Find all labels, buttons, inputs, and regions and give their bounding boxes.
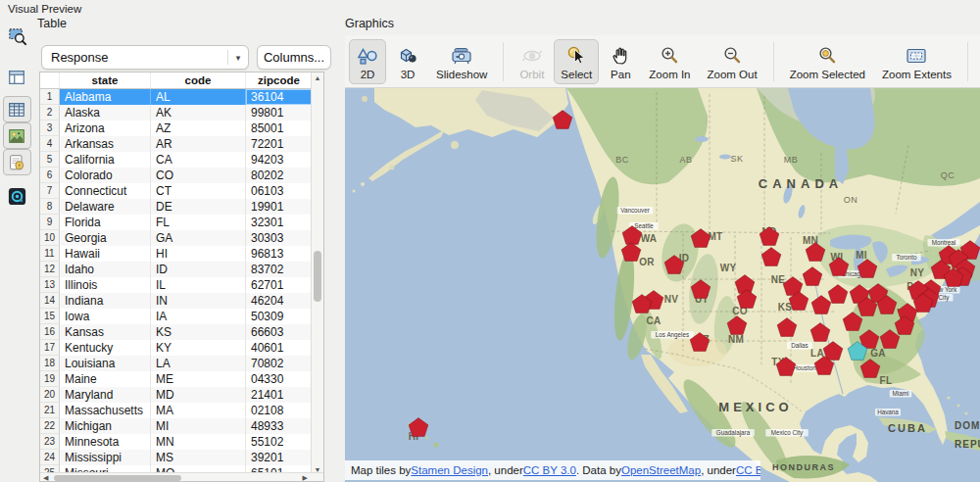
table-row[interactable]: 8DelawareDE19901 [40,199,323,215]
table-row[interactable]: 18LouisianaLA70802 [40,356,323,371]
scroll-right-icon[interactable]: ▶ [303,473,308,482]
table-row[interactable]: 20MarylandMD21401 [40,387,323,403]
table-row[interactable]: 12IdahoID83702 [40,262,323,277]
map-label: REPUBL [955,439,980,450]
column-header-code[interactable]: code [151,72,246,88]
graphics-view-icon[interactable] [3,122,31,149]
table-row[interactable]: 13IllinoisIL62701 [40,277,323,293]
cell-zip: 85001 [246,120,313,136]
toolbar-button-label: 3D [401,69,416,80]
attribution-text: . Data by [576,464,621,476]
table-row[interactable]: 19MaineME04330 [40,371,323,387]
vertical-scroll-thumb[interactable] [314,251,321,302]
cell-num: 17 [40,340,60,356]
summary-view-icon[interactable] [3,149,31,175]
table-row[interactable]: 9FloridaFL32301 [40,215,323,230]
cell-num: 11 [40,246,60,262]
toolbar-button-pan[interactable]: Pan [602,39,639,84]
table-view-icon[interactable] [3,96,31,122]
map-label: SK [730,154,743,164]
map-label: Vancouver [620,207,650,214]
cell-state: Alaska [60,105,151,120]
cell-state: Hawaii [60,246,151,262]
cell-zip: 04330 [246,371,313,387]
map-label: AB [679,155,692,165]
attribution-link[interactable]: OpenStreetMap [621,464,701,476]
table-row[interactable]: 14IndianaIN46204 [40,293,323,309]
map-canvas[interactable]: CANADAMEXICOCUBADOMINIREPUBLHONDURAS BCA… [345,88,980,482]
map-label: NM [728,334,744,345]
map-label: Seattle [634,222,654,229]
table-row[interactable]: 11HawaiiHI96813 [40,246,323,262]
horizontal-scrollbar[interactable]: ◀ ▶ [40,472,323,481]
horizontal-scroll-thumb[interactable] [54,475,181,481]
toolbar-button-select[interactable]: Select [554,39,599,84]
table-row[interactable]: 24MississippiMS39201 [40,450,323,465]
cell-state: Connecticut [60,183,151,199]
cell-code: AR [151,136,246,152]
table-row[interactable]: 15IowaIA50309 [40,309,323,324]
preview-tool-icon[interactable] [3,24,31,50]
toolbar-button-3d[interactable]: 3D [389,39,426,84]
table-row[interactable]: 6ColoradoCO80202 [40,168,323,183]
data-table[interactable]: statecodezipcode 1AlabamaAL361042AlaskaA… [39,72,324,482]
map-label: WY [720,263,737,273]
cell-state: Delaware [60,199,151,215]
dataset-dropdown[interactable]: Response ▾ [41,45,249,70]
toolbar-button-label: Zoom Out [708,69,758,80]
zoom-in-icon [658,43,681,69]
column-header-state[interactable]: state [60,72,151,88]
column-header-zipcode[interactable]: zipcode [246,72,313,88]
attribution-link[interactable]: CC BY 3.0 [523,464,576,476]
cell-state: Indiana [60,293,151,309]
attribution-link[interactable]: Stamen Design [411,464,488,476]
cell-zip: 19901 [246,199,313,215]
cell-zip: 48933 [246,418,313,434]
cell-num: 10 [40,230,60,246]
map-label: MI [856,250,867,261]
toolbar-separator [503,42,504,81]
table-row[interactable]: 4ArkansasAR72201 [40,136,323,152]
toolbar-button-zoom-in[interactable]: Zoom In [642,39,697,84]
table-row[interactable]: 5CaliforniaCA94203 [40,152,323,168]
attribution-link[interactable]: CC BY SA [736,464,760,476]
table-row[interactable]: 10GeorgiaGA30303 [40,230,323,246]
toolbar-button-label: Orbit [519,69,544,80]
table-row[interactable]: 7ConnecticutCT06103 [40,183,323,199]
cell-code: GA [151,230,246,246]
table-row[interactable]: 3ArizonaAZ85001 [40,120,323,136]
cell-num: 1 [40,89,60,105]
cell-code: AL [151,89,246,105]
cell-state: Maryland [60,387,151,403]
vertical-scrollbar[interactable]: ▲ ▼ [311,72,323,475]
table-row[interactable]: 16KansasKS66603 [40,324,323,340]
cell-state: Illinois [60,277,151,293]
toolbar-button-zoom-out[interactable]: Zoom Out [701,39,764,84]
toolbar-button-zoom-selected[interactable]: Zoom Selected [783,39,872,84]
3d-icon [396,43,419,69]
table-row[interactable]: 1AlabamaAL36104 [40,89,323,105]
table-row[interactable]: 23MinnesotaMN55102 [40,434,323,450]
cell-zip: 32301 [246,215,313,230]
cell-state: Kansas [60,324,151,340]
cell-state: Alabama [60,89,151,105]
table-row[interactable]: 17KentuckyKY40601 [40,340,323,356]
cell-num: 2 [40,105,60,120]
columns-button[interactable]: Columns... [257,45,331,70]
toolbar-button-slideshow[interactable]: Slideshow [429,39,494,84]
table-row[interactable]: 21MassachusettsMA02108 [40,403,323,418]
table-panel-title: Table [37,17,67,30]
toolbar-button-2d[interactable]: 2D [349,39,386,84]
cell-state: Arkansas [60,136,151,152]
layout-view-icon[interactable] [3,64,31,90]
attribution-text: , under [701,464,736,476]
toolbar-button-label: Zoom Extents [882,69,952,80]
table-row[interactable]: 2AlaskaAK99801 [40,105,323,120]
toolbar-button-zoom-extents[interactable]: Zoom Extents [875,39,958,84]
output-view-icon[interactable] [3,183,31,210]
attribution-text: Map tiles by [351,464,411,476]
table-row[interactable]: 22MichiganMI48933 [40,418,323,434]
scroll-up-icon[interactable]: ▲ [315,74,321,81]
scroll-left-icon[interactable]: ◀ [43,473,48,482]
cell-num: 5 [40,152,60,168]
